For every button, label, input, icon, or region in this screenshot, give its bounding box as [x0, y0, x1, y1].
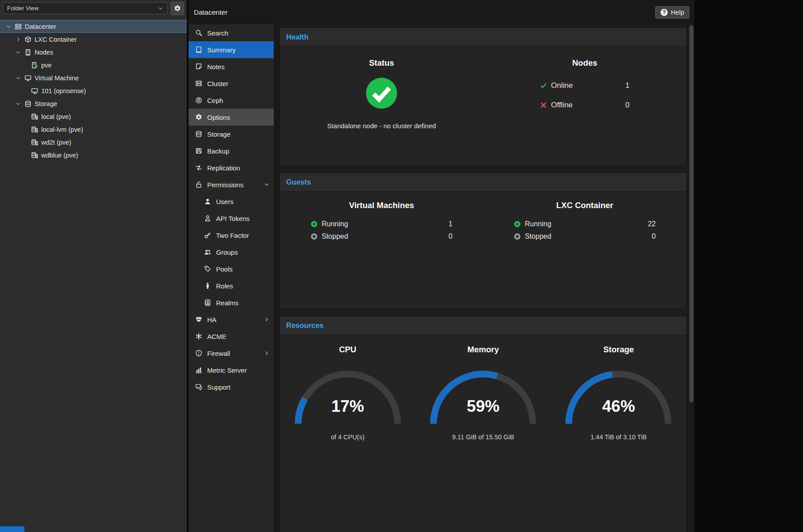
- guests-panel-body: Virtual MachinesRunning1Stopped0LXC Cont…: [280, 192, 686, 309]
- gear-icon: [174, 5, 181, 12]
- gauge-sublabel: of 4 CPU(s): [280, 433, 415, 441]
- tree-item-virtual-machine[interactable]: Virtual Machine: [0, 71, 187, 84]
- guests-column-lxc-container: LXC ContainerRunning22Stopped0: [483, 201, 686, 309]
- vertical-scrollbar[interactable]: [688, 24, 694, 532]
- cube-icon: [24, 36, 31, 43]
- tree-item-lxc-container[interactable]: LXC Container: [0, 33, 187, 46]
- guest-status-row-stopped: Stopped0: [311, 232, 453, 241]
- menu-item-support[interactable]: Support: [189, 378, 274, 395]
- search-icon: [195, 29, 202, 36]
- menu-item-realms[interactable]: Realms: [189, 294, 274, 311]
- gauge-chart: 46%: [561, 364, 676, 427]
- main-content: Health Status Standalone node - no: [279, 24, 687, 532]
- user-icon: [204, 198, 211, 205]
- tree-item-local-pve[interactable]: local (pve): [0, 110, 187, 123]
- check-icon: [540, 82, 547, 89]
- menu-item-permissions[interactable]: Permissions: [189, 176, 274, 193]
- datacenter-menu: SearchSummaryNotesClusterCephOptionsStor…: [189, 24, 274, 532]
- tree-item-pve[interactable]: pve: [0, 59, 187, 71]
- menu-item-two-factor[interactable]: Two Factor: [189, 227, 274, 244]
- guests-panel-title: Guests: [286, 178, 311, 186]
- tree-item-wdblue-pve[interactable]: wdblue (pve): [0, 149, 187, 162]
- gauge-percent: 59%: [425, 397, 541, 416]
- menu-item-users[interactable]: Users: [189, 193, 274, 210]
- menu-item-ceph[interactable]: Ceph: [189, 92, 274, 109]
- menu-item-firewall[interactable]: Firewall: [189, 345, 274, 362]
- resources-panel: Resources CPU17%of 4 CPU(s)Memory59%9.11…: [279, 316, 687, 532]
- guests-panel: Guests Virtual MachinesRunning1Stopped0L…: [279, 173, 687, 309]
- help-icon: ?: [661, 9, 668, 16]
- tree-item-wd2t-pve[interactable]: wd2t (pve): [0, 136, 187, 149]
- menu-item-notes[interactable]: Notes: [189, 58, 274, 75]
- tree-settings-button[interactable]: [171, 2, 184, 15]
- menu-item-cluster[interactable]: Cluster: [189, 75, 274, 92]
- guests-column-heading: LXC Container: [483, 201, 686, 210]
- status-value: 0: [626, 101, 630, 110]
- status-value: 1: [626, 81, 630, 90]
- tree-item-local-lvm-pve[interactable]: local-lvm (pve): [0, 123, 187, 136]
- menu-item-groups[interactable]: Groups: [189, 244, 274, 260]
- tree-item-101-opnsense[interactable]: 101 (opnsense): [0, 84, 187, 97]
- status-value: 22: [648, 220, 656, 228]
- heartbeat-icon: [195, 316, 202, 323]
- menu-item-api-tokens[interactable]: API Tokens: [189, 210, 274, 227]
- menu-item-pools[interactable]: Pools: [189, 260, 274, 277]
- gauge-sublabel: 9.11 GiB of 15.50 GiB: [415, 433, 551, 441]
- menu-item-label: Storage: [207, 130, 231, 138]
- menu-item-label: Groups: [216, 248, 238, 256]
- menu-item-label: HA: [207, 316, 216, 323]
- user-outline-icon: [204, 215, 211, 222]
- menu-item-roles[interactable]: Roles: [189, 277, 274, 294]
- health-panel-body: Status Standalone node - no cluster defi…: [280, 47, 686, 166]
- help-button[interactable]: ? Help: [655, 6, 689, 19]
- menu-item-label: Users: [216, 198, 233, 205]
- floppy-icon: [195, 147, 202, 154]
- menu-item-label: Two Factor: [216, 232, 249, 239]
- health-panel-title: Health: [286, 33, 308, 41]
- menu-item-ha[interactable]: HA: [189, 311, 274, 328]
- chevron-down-icon: [15, 50, 21, 55]
- status-label: Stopped: [525, 233, 551, 240]
- chevron-right-icon: [264, 351, 269, 356]
- menu-item-replication[interactable]: Replication: [189, 159, 274, 176]
- status-label: Offline: [551, 101, 573, 110]
- tree-item-label: pve: [41, 62, 51, 69]
- menu-item-summary[interactable]: Summary: [189, 41, 274, 58]
- chevron-down-icon: [15, 101, 21, 106]
- menu-item-search[interactable]: Search: [189, 24, 274, 41]
- content-header: Datacenter ? Help: [189, 0, 694, 24]
- view-mode-select[interactable]: Folder View: [3, 2, 168, 14]
- menu-item-label: Cluster: [207, 80, 228, 87]
- database-icon: [195, 130, 202, 138]
- view-mode-value: Folder View: [7, 5, 39, 12]
- vm-running-icon: [31, 87, 38, 95]
- menu-item-options[interactable]: Options: [189, 109, 274, 126]
- guest-status-row-running: Running22: [514, 219, 656, 229]
- proxmox-app: Folder View DatacenterLXC ContainerNodes…: [0, 0, 803, 532]
- users-icon: [204, 248, 211, 256]
- tree-item-label: 101 (opnsense): [41, 87, 86, 95]
- menu-item-label: Ceph: [207, 97, 223, 104]
- scrollbar-thumb[interactable]: [689, 25, 693, 402]
- menu-item-acme[interactable]: ACME: [189, 328, 274, 345]
- status-ok-icon: [365, 77, 398, 111]
- status-value: 0: [652, 233, 656, 240]
- tree-item-nodes[interactable]: Nodes: [0, 46, 187, 59]
- gauge-percent: 46%: [561, 397, 676, 416]
- tree-item-datacenter[interactable]: Datacenter: [0, 20, 187, 33]
- tree-item-label: Nodes: [35, 49, 53, 56]
- stop-circle-icon: [514, 233, 521, 240]
- menu-item-backup[interactable]: Backup: [189, 142, 274, 159]
- tree-item-storage[interactable]: Storage: [0, 97, 187, 110]
- menu-item-storage[interactable]: Storage: [189, 126, 274, 142]
- tree-item-label: Storage: [35, 100, 57, 107]
- database-icon: [24, 100, 31, 107]
- node-status-rows: Online1Offline0: [540, 80, 630, 110]
- menu-item-label: Firewall: [207, 350, 230, 357]
- health-panel-header: Health: [280, 28, 686, 47]
- help-button-label: Help: [671, 9, 684, 16]
- node-online-icon: [31, 62, 38, 69]
- chevron-down-icon: [264, 182, 269, 187]
- node-status-row-online: Online1: [540, 80, 630, 91]
- menu-item-metric-server[interactable]: Metric Server: [189, 362, 274, 378]
